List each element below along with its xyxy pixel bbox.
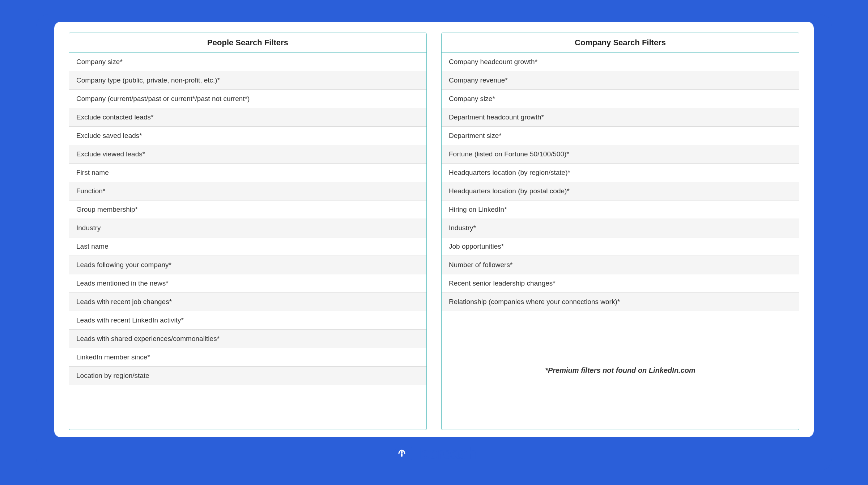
people-filter-row: Group membership*: [69, 201, 426, 219]
icereach-logo-icon: [395, 447, 408, 460]
svg-rect-1: [401, 453, 403, 457]
company-filter-row: Headquarters location (by region/state)*: [442, 164, 799, 182]
company-filter-row: Company headcount growth*: [442, 53, 799, 71]
company-table-body: Company headcount growth*Company revenue…: [442, 53, 799, 311]
people-filter-row: Company (current/past/past or current*/p…: [69, 90, 426, 108]
premium-note: *Premium filters not found on LinkedIn.c…: [545, 366, 695, 375]
company-filter-row: Headquarters location (by postal code)*: [442, 182, 799, 201]
company-filter-row: Fortune (listed on Fortune 50/100/500)*: [442, 145, 799, 164]
people-filter-row: Exclude saved leads*: [69, 127, 426, 145]
people-filter-row: Exclude viewed leads*: [69, 145, 426, 164]
company-filter-row: Department headcount growth*: [442, 108, 799, 127]
people-filter-row: Function*: [69, 182, 426, 201]
company-filter-row: Department size*: [442, 127, 799, 145]
people-filter-table: People Search Filters Company size*Compa…: [69, 33, 427, 430]
svg-point-2: [401, 451, 403, 453]
outer-container: People Search Filters Company size*Compa…: [36, 14, 832, 471]
company-filter-row: Company revenue*: [442, 71, 799, 90]
company-filter-table: Company Search Filters Company headcount…: [441, 33, 799, 430]
people-table-body: Company size*Company type (public, priva…: [69, 53, 426, 385]
people-filter-row: Exclude contacted leads*: [69, 108, 426, 127]
white-card: People Search Filters Company size*Compa…: [54, 22, 814, 437]
brand-footer: Icereach: [392, 444, 476, 463]
people-filter-row: First name: [69, 164, 426, 182]
people-filter-row: Industry: [69, 219, 426, 237]
company-filter-row: Hiring on LinkedIn*: [442, 201, 799, 219]
company-filter-row: Number of followers*: [442, 256, 799, 274]
people-table-header: People Search Filters: [69, 33, 426, 53]
people-filter-row: Leads with shared experiences/commonalit…: [69, 330, 426, 348]
company-filter-row: Relationship (companies where your conne…: [442, 293, 799, 311]
tables-row: People Search Filters Company size*Compa…: [69, 33, 799, 430]
company-filter-row: Job opportunities*: [442, 237, 799, 256]
people-filter-row: Leads with recent LinkedIn activity*: [69, 311, 426, 330]
people-filter-row: Last name: [69, 237, 426, 256]
brand-icon: [392, 444, 412, 463]
people-filter-row: Location by region/state: [69, 367, 426, 385]
company-table-header: Company Search Filters: [442, 33, 799, 53]
company-filter-row: Recent senior leadership changes*: [442, 274, 799, 293]
company-filter-row: Company size*: [442, 90, 799, 108]
people-filter-row: Leads following your company*: [69, 256, 426, 274]
people-filter-row: Leads mentioned in the news*: [69, 274, 426, 293]
company-filter-row: Industry*: [442, 219, 799, 237]
people-filter-row: Leads with recent job changes*: [69, 293, 426, 311]
people-filter-row: LinkedIn member since*: [69, 348, 426, 367]
company-footer: *Premium filters not found on LinkedIn.c…: [442, 311, 799, 430]
brand-name: Icereach: [417, 445, 476, 462]
people-filter-row: Company type (public, private, non-profi…: [69, 71, 426, 90]
people-filter-row: Company size*: [69, 53, 426, 71]
